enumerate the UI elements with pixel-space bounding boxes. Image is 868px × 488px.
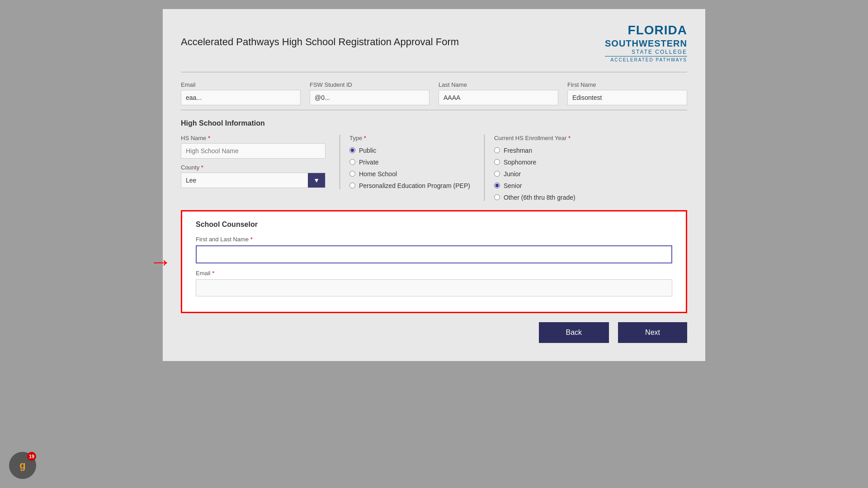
type-homeschool-radio[interactable] (349, 171, 355, 177)
counselor-wrapper: → School Counselor First and Last Name *… (181, 210, 687, 313)
hs-name-required: * (206, 135, 210, 141)
enrollment-senior-radio[interactable] (494, 183, 500, 188)
counselor-name-input[interactable] (196, 245, 672, 263)
enrollment-label: Current HS Enrollment Year * (494, 135, 583, 141)
hs-info-grid: HS Name * County * Lee (181, 135, 687, 201)
first-name-label: First Name (567, 81, 687, 88)
back-button[interactable]: Back (539, 322, 609, 343)
fsw-input[interactable] (310, 90, 429, 105)
fsw-field-group: FSW Student ID (310, 81, 429, 105)
hs-left-column: HS Name * County * Lee (181, 135, 326, 188)
badge-letter: g (19, 460, 25, 471)
email-label: Email (181, 81, 301, 88)
counselor-email-field: Email * (196, 270, 672, 296)
county-required: * (199, 164, 203, 171)
enrollment-junior-label: Junior (504, 170, 521, 178)
hs-type-column: Type * Public Private (339, 135, 470, 189)
top-fields-row: Email FSW Student ID Last Name First Nam… (181, 81, 687, 105)
page-title: Accelerated Pathways High School Registr… (181, 36, 459, 48)
county-group: County * Lee ▼ (181, 164, 326, 188)
enrollment-freshman-option[interactable]: Freshman (494, 147, 583, 154)
hs-name-label: HS Name * (181, 135, 326, 141)
logo: FLORIDA SOUTHWESTERN STATE COLLEGE ACCEL… (605, 23, 687, 63)
hs-info-section: High School Information HS Name * Coun (181, 119, 687, 201)
email-input[interactable] (181, 90, 301, 105)
counselor-section: School Counselor First and Last Name * E… (181, 210, 687, 313)
type-homeschool-option[interactable]: Home School (349, 170, 470, 178)
type-required: * (362, 135, 366, 141)
first-name-field-group: First Name (567, 81, 687, 105)
counselor-name-field: First and Last Name * (196, 236, 672, 263)
enrollment-column: Current HS Enrollment Year * Freshman So… (484, 135, 583, 201)
enrollment-freshman-label: Freshman (504, 147, 532, 154)
counselor-email-label: Email * (196, 270, 672, 277)
type-private-radio[interactable] (349, 159, 355, 165)
enrollment-radio-group: Freshman Sophomore Junior (494, 147, 583, 201)
first-name-input[interactable] (567, 90, 687, 105)
last-name-input[interactable] (439, 90, 558, 105)
last-name-label: Last Name (439, 81, 558, 88)
type-public-option[interactable]: Public (349, 147, 470, 154)
enrollment-senior-label: Senior (504, 182, 522, 189)
logo-southwestern: SOUTHWESTERN (605, 38, 687, 49)
counselor-name-required: * (249, 236, 253, 243)
bottom-badge[interactable]: g 19 (9, 452, 36, 479)
enrollment-junior-radio[interactable] (494, 171, 500, 177)
next-button[interactable]: Next (618, 322, 687, 343)
buttons-row: Back Next (181, 322, 687, 343)
type-pep-option[interactable]: Personalized Education Program (PEP) (349, 182, 470, 189)
county-dropdown-button[interactable]: ▼ (308, 173, 325, 188)
counselor-name-label: First and Last Name * (196, 236, 672, 243)
enrollment-freshman-radio[interactable] (494, 147, 500, 153)
hs-name-input[interactable] (181, 143, 326, 159)
county-label: County * (181, 164, 326, 171)
type-public-label: Public (359, 147, 376, 154)
type-pep-label: Personalized Education Program (PEP) (359, 182, 470, 189)
type-public-radio[interactable] (349, 147, 355, 153)
type-homeschool-label: Home School (359, 170, 397, 178)
enrollment-other-option[interactable]: Other (6th thru 8th grade) (494, 194, 583, 201)
enrollment-other-label: Other (6th thru 8th grade) (504, 194, 576, 201)
header-divider (181, 72, 687, 72)
county-select[interactable]: Lee (181, 173, 308, 188)
logo-state-college: STATE COLLEGE (605, 49, 687, 55)
enrollment-required: * (566, 135, 571, 141)
type-radio-group: Public Private Home School (349, 147, 470, 189)
counselor-title: School Counselor (196, 221, 672, 229)
type-label: Type * (349, 135, 470, 141)
enrollment-sophomore-label: Sophomore (504, 159, 536, 166)
last-name-field-group: Last Name (439, 81, 558, 105)
section-divider (181, 110, 687, 110)
logo-florida: FLORIDA (605, 23, 687, 38)
enrollment-sophomore-radio[interactable] (494, 159, 500, 165)
type-pep-radio[interactable] (349, 183, 355, 188)
enrollment-other-radio[interactable] (494, 194, 500, 200)
enrollment-junior-option[interactable]: Junior (494, 170, 583, 178)
arrow-indicator: → (149, 249, 172, 275)
enrollment-senior-option[interactable]: Senior (494, 182, 583, 189)
counselor-email-input[interactable] (196, 279, 672, 296)
county-select-wrapper[interactable]: Lee ▼ (181, 173, 326, 188)
fsw-label: FSW Student ID (310, 81, 429, 88)
hs-name-group: HS Name * (181, 135, 326, 159)
hs-section-title: High School Information (181, 119, 687, 127)
type-private-label: Private (359, 159, 379, 166)
logo-accelerated: ACCELERATED PATHWAYS (605, 56, 687, 63)
counselor-email-required: * (211, 270, 215, 277)
email-field-group: Email (181, 81, 301, 105)
badge-notification: 19 (27, 452, 36, 461)
type-private-option[interactable]: Private (349, 159, 470, 166)
enrollment-sophomore-option[interactable]: Sophomore (494, 159, 583, 166)
